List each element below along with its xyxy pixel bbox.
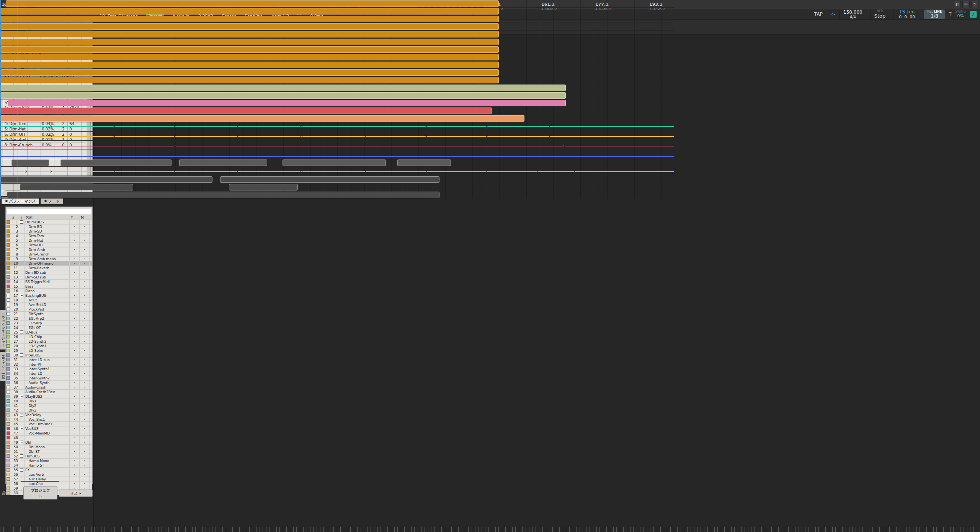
tm-fold[interactable]: − bbox=[19, 330, 24, 334]
tm-row-28[interactable]: 28 LD-Synth1·· bbox=[6, 344, 92, 348]
tm-row-29[interactable]: 29 LD-Spire·· bbox=[6, 348, 92, 353]
tm-fold[interactable] bbox=[19, 335, 24, 339]
tm-t[interactable]: · bbox=[70, 270, 80, 275]
tm-fold[interactable]: − bbox=[19, 353, 24, 357]
tm-m[interactable]: · bbox=[80, 312, 90, 316]
tm-m[interactable]: · bbox=[80, 289, 90, 293]
tm-m[interactable]: · bbox=[80, 220, 90, 224]
tm-fold[interactable] bbox=[19, 385, 24, 389]
tm-t[interactable]: · bbox=[70, 225, 80, 229]
tm-m[interactable]: · bbox=[80, 472, 90, 477]
footer-button-プロジェクト[interactable]: プロジェクト bbox=[23, 486, 57, 499]
tm-m[interactable]: · bbox=[80, 426, 90, 431]
tm-fold[interactable] bbox=[19, 261, 24, 265]
tm-row-47[interactable]: 47 Voc-MainMD·· bbox=[6, 431, 92, 436]
tm-row-9[interactable]: 9 Drm-Amb mono·· bbox=[6, 257, 92, 261]
tm-fold[interactable] bbox=[19, 275, 24, 279]
tm-row-20[interactable]: 20 PluckPad·· bbox=[6, 307, 92, 312]
tm-row-6[interactable]: 6 Drm-OH·· bbox=[6, 243, 92, 247]
tm-t[interactable]: · bbox=[70, 477, 80, 481]
tm-t[interactable]: · bbox=[70, 422, 80, 426]
loop-icon[interactable]: ↻ bbox=[971, 1, 978, 8]
tm-m[interactable]: · bbox=[80, 371, 90, 376]
tm-t[interactable]: · bbox=[70, 362, 80, 366]
ts-len[interactable]: TS Len0. 0. 00 bbox=[893, 9, 920, 20]
tm-t[interactable]: · bbox=[70, 472, 80, 477]
tm-row-24[interactable]: 24 EGt-OT·· bbox=[6, 325, 92, 330]
tm-t[interactable]: · bbox=[70, 417, 80, 421]
tm-m[interactable]: · bbox=[80, 266, 90, 270]
tm-row-7[interactable]: 7 Drm-Amb·· bbox=[6, 247, 92, 252]
tm-t[interactable]: · bbox=[70, 459, 80, 463]
tm-m[interactable]: · bbox=[80, 436, 90, 440]
tm-fold[interactable] bbox=[19, 325, 24, 330]
tm-fold[interactable] bbox=[19, 399, 24, 403]
tm-fold[interactable] bbox=[19, 303, 24, 307]
tm-t[interactable]: · bbox=[70, 367, 80, 371]
tm-m[interactable]: · bbox=[80, 376, 90, 380]
tm-t[interactable]: · bbox=[70, 321, 80, 325]
tm-m[interactable]: · bbox=[80, 252, 90, 256]
tm-m[interactable]: · bbox=[80, 482, 90, 486]
tm-row-11[interactable]: 11 Drm-Reverb·· bbox=[6, 266, 92, 270]
tm-t[interactable]: · bbox=[70, 284, 80, 288]
tm-fold[interactable] bbox=[19, 307, 24, 311]
tm-col-3[interactable]: 名前 bbox=[25, 215, 70, 220]
triplet-button[interactable]: T bbox=[949, 11, 951, 17]
tm-fold[interactable] bbox=[19, 381, 24, 385]
tm-fold[interactable] bbox=[19, 449, 24, 454]
tm-row-22[interactable]: 22 EGt-Arp2·· bbox=[6, 316, 92, 321]
tm-m[interactable]: · bbox=[80, 477, 90, 481]
tm-row-1[interactable]: 1−DrumsBUS·· bbox=[6, 220, 92, 225]
tm-m[interactable]: · bbox=[80, 348, 90, 353]
tm-m[interactable]: · bbox=[80, 394, 90, 399]
tm-t[interactable]: · bbox=[70, 252, 80, 256]
tm-fold[interactable] bbox=[19, 472, 24, 477]
tm-m[interactable]: · bbox=[80, 413, 90, 417]
tm-m[interactable]: · bbox=[80, 358, 90, 362]
track-manager-search-input[interactable] bbox=[7, 208, 91, 214]
tm-t[interactable]: · bbox=[70, 440, 80, 444]
tm-m[interactable]: · bbox=[80, 307, 90, 311]
tm-t[interactable]: · bbox=[70, 339, 80, 343]
fold-icon[interactable]: − bbox=[20, 413, 23, 416]
fold-icon[interactable]: − bbox=[20, 395, 23, 398]
tm-m[interactable]: · bbox=[80, 449, 90, 454]
fold-icon[interactable]: − bbox=[20, 441, 23, 444]
tm-m[interactable]: · bbox=[80, 459, 90, 463]
tm-row-49[interactable]: 49−Dbl·· bbox=[6, 440, 92, 445]
tm-t[interactable]: · bbox=[70, 454, 80, 458]
tm-row-33[interactable]: 33 Inter-Synth1·· bbox=[6, 367, 92, 371]
side-tab-トラックマネージャー[interactable]: トラックマネージャー bbox=[0, 310, 7, 350]
tm-fold[interactable]: − bbox=[19, 220, 24, 224]
tm-row-13[interactable]: 13Drm-SD sub·· bbox=[6, 275, 92, 280]
tm-fold[interactable] bbox=[19, 362, 24, 366]
tm-m[interactable]: · bbox=[80, 298, 90, 302]
tm-m[interactable]: · bbox=[80, 303, 90, 307]
tm-row-44[interactable]: 44 Voc_Bnc1·· bbox=[6, 417, 92, 422]
tm-t[interactable]: · bbox=[70, 243, 80, 247]
fold-icon[interactable]: − bbox=[20, 220, 23, 224]
tm-t[interactable]: · bbox=[70, 298, 80, 302]
tm-fold[interactable]: − bbox=[19, 440, 24, 444]
tm-fold[interactable] bbox=[19, 252, 24, 256]
tm-row-27[interactable]: 27 LD-Synth2·· bbox=[6, 339, 92, 344]
tm-t[interactable]: · bbox=[70, 325, 80, 330]
tm-col-5[interactable]: M bbox=[80, 215, 90, 220]
tm-t[interactable]: · bbox=[70, 463, 80, 467]
tm-fold[interactable] bbox=[19, 289, 24, 293]
tm-m[interactable]: · bbox=[80, 417, 90, 421]
tm-fold[interactable] bbox=[19, 257, 24, 261]
tm-t[interactable]: · bbox=[70, 390, 80, 394]
tm-row-51[interactable]: 51 Dbl ST·· bbox=[6, 449, 92, 454]
tm-m[interactable]: · bbox=[80, 225, 90, 229]
tm-row-45[interactable]: 45 Voc_HrmBnc1·· bbox=[6, 422, 92, 426]
tm-row-3[interactable]: 3 Drm-SD·· bbox=[6, 229, 92, 234]
tm-fold[interactable]: − bbox=[19, 413, 24, 417]
tm-row-35[interactable]: 35 Inter-Synth2·· bbox=[6, 376, 92, 381]
tm-fold[interactable] bbox=[19, 225, 24, 229]
fold-icon[interactable]: − bbox=[20, 454, 23, 458]
tm-t[interactable]: · bbox=[70, 381, 80, 385]
fold-icon[interactable]: − bbox=[20, 294, 23, 297]
tm-t[interactable]: · bbox=[70, 229, 80, 233]
